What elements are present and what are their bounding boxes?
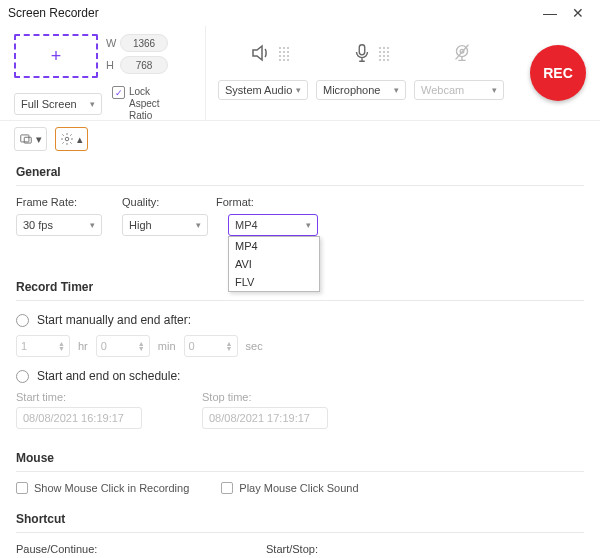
height-label: H <box>106 59 120 71</box>
webcam-value: Webcam <box>421 84 464 96</box>
play-sound-label: Play Mouse Click Sound <box>239 482 358 494</box>
microphone-value: Microphone <box>323 84 380 96</box>
width-field[interactable]: 1366 <box>120 34 168 52</box>
height-field[interactable]: 768 <box>120 56 168 74</box>
microphone-select[interactable]: Microphone ▾ <box>316 80 406 100</box>
start-time-field[interactable]: 08/08/2021 16:19:17 <box>16 407 142 429</box>
capture-area-selector[interactable]: + <box>14 34 98 78</box>
settings-tool-button[interactable]: ▴ <box>55 127 88 151</box>
shortcut-heading: Shortcut <box>16 504 584 533</box>
down-arrow-icon[interactable]: ▼ <box>226 346 233 351</box>
capture-column: + W 1366 H 768 Full Screen ▾ Lock Aspect… <box>0 26 205 120</box>
titlebar: Screen Recorder — ✕ <box>0 0 600 26</box>
system-audio-select[interactable]: System Audio ▾ <box>218 80 308 100</box>
chevron-down-icon: ▾ <box>36 133 42 146</box>
settings-panel: General Frame Rate: Quality: Format: 30 … <box>0 157 600 558</box>
chevron-down-icon: ▾ <box>394 85 399 95</box>
down-arrow-icon[interactable]: ▼ <box>138 346 145 351</box>
minimize-button[interactable]: — <box>536 5 564 21</box>
system-audio-icon-group <box>249 41 289 68</box>
mic-level-icon <box>379 47 389 61</box>
startstop-shortcut-label: Start/Stop: <box>266 543 446 555</box>
stop-time-field[interactable]: 08/08/2021 17:19:17 <box>202 407 328 429</box>
frame-rate-value: 30 fps <box>23 219 53 231</box>
quality-value: High <box>129 219 152 231</box>
stop-time-label: Stop time: <box>202 391 328 403</box>
format-select[interactable]: MP4 ▾ <box>228 214 318 236</box>
lock-aspect-label: Lock Aspect Ratio <box>129 86 179 122</box>
top-strip: + W 1366 H 768 Full Screen ▾ Lock Aspect… <box>0 26 600 121</box>
lock-aspect-checkbox[interactable] <box>112 86 125 99</box>
seconds-spinner[interactable]: 0 ▲▼ <box>184 335 238 357</box>
hr-unit: hr <box>78 340 88 352</box>
show-click-checkbox[interactable] <box>16 482 28 494</box>
webcam-icon-group <box>451 42 473 67</box>
svg-rect-4 <box>21 135 29 142</box>
min-unit: min <box>158 340 176 352</box>
manual-end-radio[interactable] <box>16 314 29 327</box>
frame-rate-label: Frame Rate: <box>16 196 98 208</box>
play-sound-checkbox[interactable] <box>221 482 233 494</box>
microphone-icon-group <box>351 42 389 67</box>
chevron-down-icon: ▾ <box>296 85 301 95</box>
minutes-spinner[interactable]: 0 ▲▼ <box>96 335 150 357</box>
schedule-label: Start and end on schedule: <box>37 369 180 383</box>
system-audio-value: System Audio <box>225 84 292 96</box>
format-value: MP4 <box>235 219 258 231</box>
chevron-down-icon: ▾ <box>90 99 95 109</box>
pause-shortcut-label: Pause/Continue: <box>16 543 196 555</box>
schedule-radio[interactable] <box>16 370 29 383</box>
minutes-value: 0 <box>101 340 107 352</box>
capture-mode-select[interactable]: Full Screen ▾ <box>14 93 102 115</box>
chevron-down-icon: ▾ <box>492 85 497 95</box>
hours-value: 1 <box>21 340 27 352</box>
chevron-up-icon: ▴ <box>77 133 83 146</box>
window-title: Screen Recorder <box>8 6 536 20</box>
capture-mode-value: Full Screen <box>21 98 77 110</box>
start-time-label: Start time: <box>16 391 142 403</box>
svg-rect-0 <box>359 44 365 54</box>
record-button[interactable]: REC <box>530 45 586 101</box>
webcam-select[interactable]: Webcam ▾ <box>414 80 504 100</box>
start-time-value: 08/08/2021 16:19:17 <box>23 412 124 424</box>
manual-end-label: Start manually and end after: <box>37 313 191 327</box>
mouse-heading: Mouse <box>16 443 584 472</box>
show-click-label: Show Mouse Click in Recording <box>34 482 189 494</box>
close-button[interactable]: ✕ <box>564 5 592 21</box>
record-label: REC <box>543 65 573 81</box>
format-label: Format: <box>216 196 286 208</box>
format-option-avi[interactable]: AVI <box>229 255 319 273</box>
format-option-mp4[interactable]: MP4 <box>229 237 319 255</box>
frame-rate-select[interactable]: 30 fps ▾ <box>16 214 102 236</box>
microphone-icon <box>351 42 373 67</box>
general-heading: General <box>16 157 584 186</box>
quality-select[interactable]: High ▾ <box>122 214 208 236</box>
chevron-down-icon: ▾ <box>306 220 311 230</box>
screenshot-tool-button[interactable]: ▾ <box>14 127 47 151</box>
speaker-icon <box>249 41 273 68</box>
audio-level-icon <box>279 47 289 61</box>
format-dropdown: MP4 AVI FLV <box>228 236 320 292</box>
record-column: REC <box>516 26 600 120</box>
down-arrow-icon[interactable]: ▼ <box>58 346 65 351</box>
seconds-value: 0 <box>189 340 195 352</box>
hours-spinner[interactable]: 1 ▲▼ <box>16 335 70 357</box>
devices-column: System Audio ▾ Microphone ▾ Webcam ▾ <box>205 26 516 120</box>
chevron-down-icon: ▾ <box>196 220 201 230</box>
width-label: W <box>106 37 120 49</box>
webcam-icon <box>451 42 473 67</box>
secondary-toolbar: ▾ ▴ <box>0 121 600 157</box>
quality-label: Quality: <box>122 196 192 208</box>
chevron-down-icon: ▾ <box>90 220 95 230</box>
format-option-flv[interactable]: FLV <box>229 273 319 291</box>
sec-unit: sec <box>246 340 263 352</box>
stop-time-value: 08/08/2021 17:19:17 <box>209 412 310 424</box>
svg-point-6 <box>65 137 69 141</box>
